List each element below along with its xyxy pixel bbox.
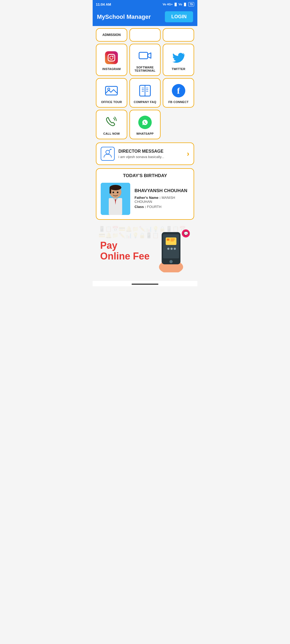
director-info: DIRECTOR MESSAGE i am vijesh sonava basi… xyxy=(118,149,183,159)
admission-label: ADMISSION xyxy=(102,33,121,37)
twitter-label: TWITTER xyxy=(172,67,185,71)
student-photo xyxy=(101,183,130,215)
svg-point-13 xyxy=(106,150,110,154)
svg-point-35 xyxy=(171,248,173,250)
phone-icon xyxy=(104,115,118,129)
pay-line2: Online Fee xyxy=(100,251,150,262)
svg-point-18 xyxy=(110,185,121,190)
image-landscape-icon xyxy=(104,84,118,98)
home-indicator xyxy=(132,284,158,285)
office-tour-label: OFFICE TOUR xyxy=(101,100,122,104)
birthday-father-detail: Father's Name : MANISH CHOUHAN xyxy=(135,196,189,204)
whatsapp-label: WHATSAPP xyxy=(136,132,154,135)
pay-line1: Pay xyxy=(100,240,150,251)
icon-grid-row3: CALL NOW WHATSAPP xyxy=(96,110,194,139)
fb-connect-label: FB CONNECT xyxy=(168,100,189,104)
icon-grid-row1: INSTAGRAM SOFTWARE TESTIMONIAL TWITTER xyxy=(96,44,194,76)
company-faq-icon-area xyxy=(137,83,153,98)
pay-text: Pay Online Fee xyxy=(100,240,150,261)
admission-card-3[interactable] xyxy=(163,28,194,42)
twitter-card[interactable]: TWITTER xyxy=(163,44,194,76)
fb-connect-icon-area: f xyxy=(171,83,186,98)
app-header: MySchool Manager LOGIN xyxy=(93,9,197,26)
instagram-card[interactable]: INSTAGRAM xyxy=(96,44,127,76)
call-now-icon-area xyxy=(104,115,119,130)
svg-rect-19 xyxy=(110,188,111,193)
pay-online-banner[interactable]: 📱📋📅💳🔔📁✏️📊💡🔒📱📋📅💳🔔📁✏️📊💡🔒📱📋 Pay Online Fee … xyxy=(96,223,194,279)
home-bar xyxy=(93,281,197,286)
svg-point-34 xyxy=(167,248,169,250)
software-testimonial-card[interactable]: SOFTWARE TESTIMONIAL xyxy=(129,44,161,76)
birthday-student-name: BHAVYANSH CHOUHAN xyxy=(135,188,189,193)
birthday-info: BHAVYANSH CHOUHAN Father's Name : MANISH… xyxy=(135,188,189,210)
status-time: 11:04 AM xyxy=(96,2,111,6)
class-name: FOURTH xyxy=(147,205,161,209)
login-button[interactable]: LOGIN xyxy=(165,11,193,22)
svg-rect-32 xyxy=(171,240,175,240)
birthday-card: TODAY'S BIRTHDAY xyxy=(96,168,194,220)
company-faq-label: COMPANY FAQ xyxy=(134,100,156,104)
svg-rect-2 xyxy=(106,86,117,95)
twitter-icon-area xyxy=(171,50,186,65)
birthday-photo xyxy=(101,183,130,215)
svg-rect-30 xyxy=(167,239,169,241)
director-avatar-icon xyxy=(103,149,113,159)
app-title: MySchool Manager xyxy=(97,13,151,20)
director-arrow-icon: › xyxy=(187,149,189,158)
whatsapp-icon-area xyxy=(137,115,153,130)
admission-card-2[interactable] xyxy=(129,28,161,42)
birthday-class-detail: Class : FOURTH xyxy=(135,205,189,209)
video-camera-icon xyxy=(138,49,152,63)
empty-slot xyxy=(163,110,194,139)
birthday-section-title: TODAY'S BIRTHDAY xyxy=(101,173,189,178)
father-label: Father's Name : xyxy=(135,196,161,200)
software-testimonial-icon-area xyxy=(137,49,153,64)
facebook-icon: f xyxy=(172,84,185,97)
svg-point-25 xyxy=(117,192,118,193)
main-content: ADMISSION INSTAGRAM SOFTWARE TESTIMONIAL xyxy=(93,26,197,281)
svg-line-14 xyxy=(109,149,110,151)
svg-point-24 xyxy=(113,192,114,193)
director-avatar xyxy=(101,147,115,161)
svg-point-37 xyxy=(169,260,173,263)
svg-marker-1 xyxy=(148,53,151,58)
class-label: Class : xyxy=(135,205,146,209)
office-tour-icon-area xyxy=(104,83,119,98)
twitter-icon xyxy=(172,51,186,65)
status-bar: 11:04 AM Vo 4G+ ▐▌ Vo ▐▌ 79 xyxy=(93,0,197,9)
software-testimonial-label: SOFTWARE TESTIMONIAL xyxy=(132,66,158,72)
svg-rect-31 xyxy=(171,239,175,239)
status-battery: 79 xyxy=(188,2,194,6)
fb-connect-card[interactable]: f FB CONNECT xyxy=(163,78,194,108)
pay-phone-area: 💬 xyxy=(155,229,190,272)
call-now-card[interactable]: CALL NOW xyxy=(96,110,127,139)
director-title: DIRECTOR MESSAGE xyxy=(118,149,183,154)
phone-in-hand xyxy=(155,229,187,272)
svg-rect-33 xyxy=(171,241,174,241)
director-message-card[interactable]: DIRECTOR MESSAGE i am vijesh sonava basi… xyxy=(96,142,194,165)
admission-card[interactable]: ADMISSION xyxy=(96,28,127,42)
call-now-label: CALL NOW xyxy=(103,132,120,135)
status-right: Vo 4G+ ▐▌ Vo ▐▌ 79 xyxy=(163,2,194,6)
icon-grid-row2: OFFICE TOUR COMPANY FAQ f xyxy=(96,78,194,108)
instagram-label: INSTAGRAM xyxy=(102,67,121,71)
instagram-inner xyxy=(108,54,115,61)
book-icon xyxy=(138,84,152,98)
svg-point-36 xyxy=(174,248,176,250)
office-tour-card[interactable]: OFFICE TOUR xyxy=(96,78,127,108)
phone-hand-illustration xyxy=(155,229,187,272)
instagram-icon-area xyxy=(104,50,119,65)
svg-rect-0 xyxy=(139,52,148,59)
whatsapp-card[interactable]: WHATSAPP xyxy=(129,110,161,139)
birthday-content: BHAVYANSH CHOUHAN Father's Name : MANISH… xyxy=(101,183,189,215)
whatsapp-icon xyxy=(138,116,152,129)
company-faq-card[interactable]: COMPANY FAQ xyxy=(129,78,161,108)
instagram-icon xyxy=(105,51,118,64)
status-signal: Vo 4G+ ▐▌ Vo ▐▌ xyxy=(163,3,187,6)
director-subtitle: i am vijesh sonava basically... xyxy=(118,155,183,159)
admission-row: ADMISSION xyxy=(96,28,194,42)
